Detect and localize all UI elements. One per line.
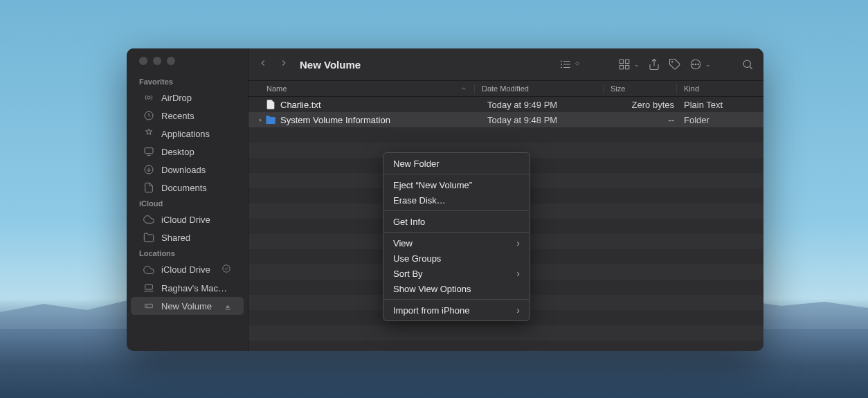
svg-marker-11 [226,305,230,308]
laptop-icon [143,282,154,293]
disk-icon [143,300,154,311]
disclosure-triangle[interactable] [255,117,265,123]
menu-item-new-folder[interactable]: New Folder [383,156,530,171]
sidebar-item-label: Downloads [161,165,206,175]
file-name: Charlie.txt [280,100,487,110]
minimize-button[interactable] [153,57,161,65]
back-button[interactable] [258,58,268,71]
svg-point-29 [743,60,751,68]
svg-point-0 [147,96,150,99]
file-size: Zero bytes [608,100,684,110]
menu-item-label: Erase Disk… [393,195,446,206]
menu-item-view[interactable]: View [383,235,530,251]
svg-point-6 [223,265,230,273]
sidebar-item-label: Documents [161,183,207,193]
file-kind: Folder [684,115,763,125]
file-row[interactable]: System Volume InformationToday at 9:48 P… [248,112,763,127]
svg-rect-19 [620,60,623,63]
sidebar-item-label: iCloud Drive [161,215,210,225]
close-button[interactable] [139,57,147,65]
apps-icon [143,128,154,139]
file-icon [265,99,276,110]
menu-item-get-info[interactable]: Get Info [383,214,530,229]
menu-item-label: Import from iPhone [393,305,470,316]
svg-point-18 [561,67,562,68]
menu-item-label: Eject “New Volume” [393,180,472,190]
toolbar: New Volume ⌄ ⌄ [248,48,763,81]
sidebar-item-icloud-drive[interactable]: iCloud Drive [131,260,244,279]
check-icon [221,264,231,275]
sidebar-item-label: Desktop [161,147,195,157]
svg-point-24 [672,62,673,63]
sidebar-item-label: Raghav's Mac… [161,283,227,293]
sidebar-item-recents[interactable]: Recents [131,107,244,125]
file-name: System Volume Information [280,115,487,125]
column-headers: Name Date Modified Size Kind [248,81,763,97]
sidebar-item-downloads[interactable]: Downloads [131,161,244,179]
folder-icon [265,114,276,125]
file-kind: Plain Text [684,100,763,110]
menu-item-label: View [393,238,413,248]
menu-item-label: Get Info [393,217,425,227]
menu-item-erase-disk-[interactable]: Erase Disk… [383,192,530,208]
menu-item-label: Show View Options [393,284,471,294]
group-button[interactable]: ⌄ [618,58,640,71]
svg-rect-22 [626,66,629,69]
menu-item-import-from-iphone[interactable]: Import from iPhone [383,302,530,318]
sidebar-item-label: New Volume [161,301,212,311]
file-row[interactable]: Charlie.txtToday at 9:49 PMZero bytesPla… [248,97,763,112]
column-size[interactable]: Size [611,84,676,93]
sidebar-item-raghav-s-mac-[interactable]: Raghav's Mac… [131,279,244,297]
cloud-icon [143,264,154,275]
tags-button[interactable] [669,58,681,71]
menu-item-label: Use Groups [393,253,441,264]
shared-icon [143,232,154,243]
empty-row[interactable] [248,325,763,341]
menu-item-show-view-options[interactable]: Show View Options [383,281,530,296]
file-date: Today at 9:49 PM [487,100,608,110]
column-name[interactable]: Name [266,84,474,93]
menu-separator [384,210,529,211]
context-menu: New FolderEject “New Volume”Erase Disk…G… [383,152,530,321]
column-date[interactable]: Date Modified [482,84,603,93]
share-button[interactable] [648,58,660,71]
sidebar-section-head: iCloud [127,197,248,210]
forward-button[interactable] [279,58,289,71]
empty-row[interactable] [248,127,763,143]
sidebar-item-airdrop[interactable]: AirDrop [131,89,244,107]
window-controls [127,57,248,75]
download-icon [143,164,154,175]
svg-point-10 [147,305,147,306]
desktop-icon [143,146,154,157]
sidebar-item-documents[interactable]: Documents [131,179,244,197]
sidebar-item-label: AirDrop [161,93,192,103]
svg-point-16 [561,61,562,62]
action-button[interactable]: ⌄ [689,58,711,71]
zoom-button[interactable] [167,57,175,65]
svg-point-17 [561,64,562,65]
svg-line-30 [750,66,752,69]
svg-rect-21 [620,66,623,69]
sidebar-section-head: Locations [127,246,248,260]
menu-item-label: Sort By [393,269,423,279]
view-list-button[interactable] [559,58,581,71]
airdrop-icon [143,92,154,103]
svg-marker-31 [260,118,262,121]
svg-rect-20 [626,60,629,63]
menu-separator [384,174,529,174]
menu-item-eject-new-volume-[interactable]: Eject “New Volume” [383,177,530,192]
eject-icon[interactable] [224,302,231,309]
menu-separator [384,232,529,233]
search-button[interactable] [741,58,754,71]
column-kind[interactable]: Kind [684,84,763,93]
sidebar-item-shared[interactable]: Shared [131,228,244,246]
sidebar-item-label: Applications [161,129,210,139]
sidebar-item-applications[interactable]: Applications [131,125,244,143]
menu-item-sort-by[interactable]: Sort By [383,266,530,281]
menu-item-use-groups[interactable]: Use Groups [383,251,530,266]
sidebar-item-icloud-drive[interactable]: iCloud Drive [131,210,244,228]
sidebar-item-desktop[interactable]: Desktop [131,143,244,161]
sidebar-item-new-volume[interactable]: New Volume [131,297,244,315]
window-title: New Volume [300,59,361,71]
sidebar-section-head: Favorites [127,75,248,89]
